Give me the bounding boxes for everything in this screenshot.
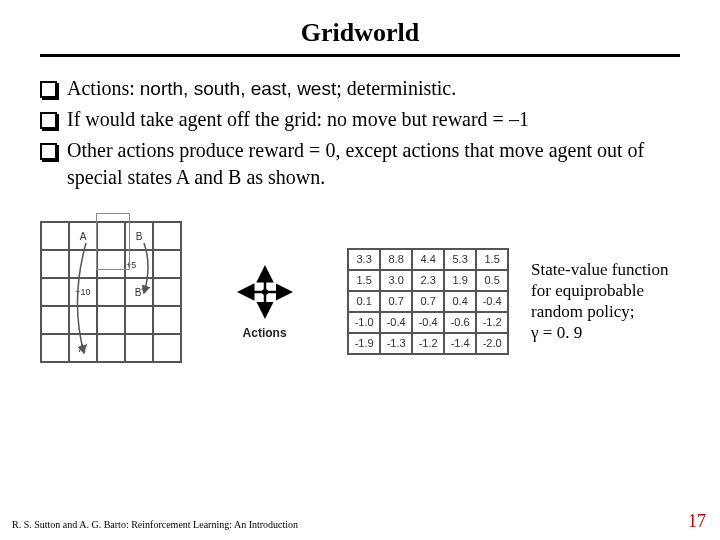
bullet-actions: north, south, east, west	[140, 78, 336, 99]
value-cell: -1.4	[444, 333, 476, 354]
actions-diagram: Actions	[212, 262, 317, 340]
value-cell: 3.0	[380, 270, 412, 291]
value-cell: 0.7	[380, 291, 412, 312]
figure-area: AB +10B' A' +5	[40, 221, 680, 381]
value-cell: 0.5	[476, 270, 508, 291]
state-Aprime: A'	[69, 334, 97, 362]
value-function-grid: 3.38.84.45.31.51.53.02.31.90.50.10.70.70…	[347, 248, 509, 355]
bullet-box-icon	[40, 81, 57, 98]
value-cell: -1.2	[476, 312, 508, 333]
value-cell: 1.5	[476, 249, 508, 270]
value-cell: 0.4	[444, 291, 476, 312]
value-cell: 5.3	[444, 249, 476, 270]
page-number: 17	[688, 511, 706, 532]
bullet-text: Other actions produce reward = 0, except…	[67, 137, 680, 191]
value-cell: -0.4	[476, 291, 508, 312]
compass-arrows-icon	[230, 262, 300, 322]
bullet-item: Actions: north, south, east, west; deter…	[40, 75, 680, 102]
value-cell: -0.6	[444, 312, 476, 333]
bullet-box-icon	[40, 112, 57, 129]
bullet-text: If would take agent off the grid: no mov…	[67, 106, 680, 133]
bullet-item: If would take agent off the grid: no mov…	[40, 106, 680, 133]
value-cell: 1.5	[348, 270, 380, 291]
value-cell: 2.3	[412, 270, 444, 291]
state-A: A	[69, 222, 97, 250]
footer-citation: R. S. Sutton and A. G. Barto: Reinforcem…	[12, 519, 298, 530]
title-rule	[40, 54, 680, 57]
actions-label: Actions	[212, 326, 317, 340]
value-cell: 8.8	[380, 249, 412, 270]
value-cell: 0.1	[348, 291, 380, 312]
bullet-box-icon	[40, 143, 57, 160]
figure-caption: State-value function for equiprobable ra…	[531, 259, 680, 344]
value-cell: -1.2	[412, 333, 444, 354]
gridworld-diagram: AB +10B' A' +5	[40, 221, 182, 381]
value-cell: -2.0	[476, 333, 508, 354]
value-cell: 1.9	[444, 270, 476, 291]
value-cell: 4.4	[412, 249, 444, 270]
value-cell: 0.7	[412, 291, 444, 312]
bullet-item: Other actions produce reward = 0, except…	[40, 137, 680, 191]
value-cell: -1.9	[348, 333, 380, 354]
value-cell: -0.4	[380, 312, 412, 333]
value-cell: -1.3	[380, 333, 412, 354]
bullet-text: ; deterministic.	[336, 77, 456, 99]
page-title: Gridworld	[40, 18, 680, 48]
value-cell: -0.4	[412, 312, 444, 333]
caption-text: State-value function for equiprobable ra…	[531, 260, 668, 322]
bullet-text: Actions:	[67, 77, 140, 99]
state-Bprime: B'	[125, 278, 153, 306]
overlay-box	[96, 213, 130, 270]
value-cell: 3.3	[348, 249, 380, 270]
caption-gamma: γ = 0. 9	[531, 323, 582, 342]
bullet-list: Actions: north, south, east, west; deter…	[40, 75, 680, 191]
value-cell: -1.0	[348, 312, 380, 333]
reward-A: +10	[69, 278, 97, 306]
